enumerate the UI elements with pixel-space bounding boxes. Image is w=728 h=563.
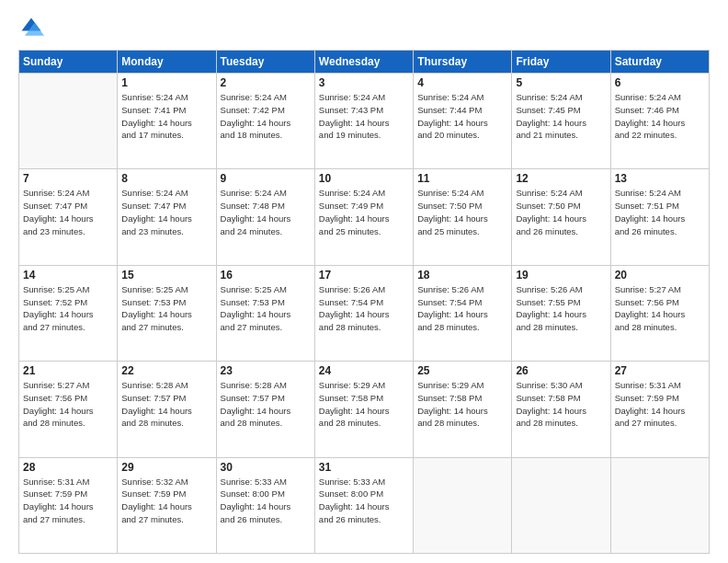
day-cell: 2Sunrise: 5:24 AM Sunset: 7:42 PM Daylig… xyxy=(216,74,314,169)
day-number: 4 xyxy=(417,76,507,89)
day-number: 5 xyxy=(516,76,606,89)
day-info: Sunrise: 5:26 AM Sunset: 7:54 PM Dayligh… xyxy=(319,283,409,334)
day-cell: 12Sunrise: 5:24 AM Sunset: 7:50 PM Dayli… xyxy=(512,169,610,265)
day-number: 25 xyxy=(417,364,507,377)
day-info: Sunrise: 5:24 AM Sunset: 7:44 PM Dayligh… xyxy=(417,91,507,142)
day-number: 3 xyxy=(319,76,409,89)
day-cell: 27Sunrise: 5:31 AM Sunset: 7:59 PM Dayli… xyxy=(610,362,709,457)
day-info: Sunrise: 5:26 AM Sunset: 7:54 PM Dayligh… xyxy=(417,283,507,334)
day-cell: 1Sunrise: 5:24 AM Sunset: 7:41 PM Daylig… xyxy=(118,74,216,169)
day-cell: 26Sunrise: 5:30 AM Sunset: 7:58 PM Dayli… xyxy=(512,362,610,457)
day-info: Sunrise: 5:33 AM Sunset: 8:00 PM Dayligh… xyxy=(221,476,311,526)
day-cell: 10Sunrise: 5:24 AM Sunset: 7:49 PM Dayli… xyxy=(314,169,413,265)
day-info: Sunrise: 5:24 AM Sunset: 7:41 PM Dayligh… xyxy=(121,91,211,142)
day-number: 19 xyxy=(516,269,606,282)
day-cell: 23Sunrise: 5:28 AM Sunset: 7:57 PM Dayli… xyxy=(216,362,314,457)
day-number: 18 xyxy=(417,269,507,282)
day-number: 6 xyxy=(615,76,705,89)
day-info: Sunrise: 5:24 AM Sunset: 7:47 PM Dayligh… xyxy=(121,187,211,237)
day-cell: 8Sunrise: 5:24 AM Sunset: 7:47 PM Daylig… xyxy=(118,169,216,265)
day-info: Sunrise: 5:24 AM Sunset: 7:47 PM Dayligh… xyxy=(23,187,113,237)
day-cell: 29Sunrise: 5:32 AM Sunset: 7:59 PM Dayli… xyxy=(118,457,216,553)
day-info: Sunrise: 5:31 AM Sunset: 7:59 PM Dayligh… xyxy=(23,476,113,526)
day-info: Sunrise: 5:24 AM Sunset: 7:42 PM Dayligh… xyxy=(221,91,311,142)
day-info: Sunrise: 5:24 AM Sunset: 7:51 PM Dayligh… xyxy=(615,187,705,237)
day-info: Sunrise: 5:27 AM Sunset: 7:56 PM Dayligh… xyxy=(615,283,705,334)
day-number: 31 xyxy=(319,461,409,474)
col-header-tuesday: Tuesday xyxy=(216,51,314,74)
day-info: Sunrise: 5:29 AM Sunset: 7:58 PM Dayligh… xyxy=(417,379,507,430)
day-cell: 21Sunrise: 5:27 AM Sunset: 7:56 PM Dayli… xyxy=(19,362,118,457)
day-number: 14 xyxy=(23,269,113,282)
day-cell: 18Sunrise: 5:26 AM Sunset: 7:54 PM Dayli… xyxy=(414,265,512,361)
day-cell: 6Sunrise: 5:24 AM Sunset: 7:46 PM Daylig… xyxy=(610,74,709,169)
col-header-sunday: Sunday xyxy=(19,51,118,74)
col-header-friday: Friday xyxy=(512,51,610,74)
day-cell: 31Sunrise: 5:33 AM Sunset: 8:00 PM Dayli… xyxy=(314,457,413,553)
day-number: 1 xyxy=(121,76,211,89)
day-cell: 22Sunrise: 5:28 AM Sunset: 7:57 PM Dayli… xyxy=(118,362,216,457)
day-number: 26 xyxy=(516,364,606,377)
page: SundayMondayTuesdayWednesdayThursdayFrid… xyxy=(0,0,728,563)
day-cell: 13Sunrise: 5:24 AM Sunset: 7:51 PM Dayli… xyxy=(610,169,709,265)
day-cell: 4Sunrise: 5:24 AM Sunset: 7:44 PM Daylig… xyxy=(414,74,512,169)
week-row-2: 7Sunrise: 5:24 AM Sunset: 7:47 PM Daylig… xyxy=(19,169,710,265)
day-cell xyxy=(19,74,118,169)
day-cell: 25Sunrise: 5:29 AM Sunset: 7:58 PM Dayli… xyxy=(414,362,512,457)
col-header-thursday: Thursday xyxy=(414,51,512,74)
week-row-3: 14Sunrise: 5:25 AM Sunset: 7:52 PM Dayli… xyxy=(19,265,710,361)
day-info: Sunrise: 5:24 AM Sunset: 7:46 PM Dayligh… xyxy=(615,91,705,142)
day-cell xyxy=(610,457,709,553)
col-header-wednesday: Wednesday xyxy=(314,51,413,74)
day-info: Sunrise: 5:25 AM Sunset: 7:53 PM Dayligh… xyxy=(121,283,211,334)
day-cell: 16Sunrise: 5:25 AM Sunset: 7:53 PM Dayli… xyxy=(216,265,314,361)
day-number: 30 xyxy=(221,461,311,474)
day-info: Sunrise: 5:29 AM Sunset: 7:58 PM Dayligh… xyxy=(319,379,409,430)
day-number: 2 xyxy=(221,76,311,89)
day-cell: 11Sunrise: 5:24 AM Sunset: 7:50 PM Dayli… xyxy=(414,169,512,265)
day-cell: 20Sunrise: 5:27 AM Sunset: 7:56 PM Dayli… xyxy=(610,265,709,361)
day-cell: 7Sunrise: 5:24 AM Sunset: 7:47 PM Daylig… xyxy=(19,169,118,265)
day-number: 20 xyxy=(615,269,705,282)
day-info: Sunrise: 5:24 AM Sunset: 7:50 PM Dayligh… xyxy=(417,187,507,237)
week-row-5: 28Sunrise: 5:31 AM Sunset: 7:59 PM Dayli… xyxy=(19,457,710,553)
day-cell: 24Sunrise: 5:29 AM Sunset: 7:58 PM Dayli… xyxy=(314,362,413,457)
col-header-monday: Monday xyxy=(118,51,216,74)
day-number: 13 xyxy=(615,172,705,185)
day-number: 10 xyxy=(319,172,409,185)
day-info: Sunrise: 5:27 AM Sunset: 7:56 PM Dayligh… xyxy=(23,379,113,430)
day-info: Sunrise: 5:28 AM Sunset: 7:57 PM Dayligh… xyxy=(121,379,211,430)
day-info: Sunrise: 5:24 AM Sunset: 7:45 PM Dayligh… xyxy=(516,91,606,142)
day-number: 27 xyxy=(615,364,705,377)
day-info: Sunrise: 5:31 AM Sunset: 7:59 PM Dayligh… xyxy=(615,379,705,430)
day-info: Sunrise: 5:25 AM Sunset: 7:52 PM Dayligh… xyxy=(23,283,113,334)
day-info: Sunrise: 5:24 AM Sunset: 7:49 PM Dayligh… xyxy=(319,187,409,237)
day-info: Sunrise: 5:28 AM Sunset: 7:57 PM Dayligh… xyxy=(221,379,311,430)
day-info: Sunrise: 5:24 AM Sunset: 7:43 PM Dayligh… xyxy=(319,91,409,142)
logo xyxy=(18,15,48,40)
day-number: 16 xyxy=(221,269,311,282)
day-number: 22 xyxy=(121,364,211,377)
day-info: Sunrise: 5:33 AM Sunset: 8:00 PM Dayligh… xyxy=(319,476,409,526)
calendar-header: SundayMondayTuesdayWednesdayThursdayFrid… xyxy=(19,51,710,74)
day-number: 24 xyxy=(319,364,409,377)
header xyxy=(18,15,710,40)
day-info: Sunrise: 5:24 AM Sunset: 7:48 PM Dayligh… xyxy=(221,187,311,237)
day-number: 23 xyxy=(221,364,311,377)
week-row-4: 21Sunrise: 5:27 AM Sunset: 7:56 PM Dayli… xyxy=(19,362,710,457)
day-cell: 5Sunrise: 5:24 AM Sunset: 7:45 PM Daylig… xyxy=(512,74,610,169)
day-number: 29 xyxy=(121,461,211,474)
day-cell: 19Sunrise: 5:26 AM Sunset: 7:55 PM Dayli… xyxy=(512,265,610,361)
day-info: Sunrise: 5:25 AM Sunset: 7:53 PM Dayligh… xyxy=(221,283,311,334)
col-header-saturday: Saturday xyxy=(610,51,709,74)
day-number: 11 xyxy=(417,172,507,185)
day-cell: 30Sunrise: 5:33 AM Sunset: 8:00 PM Dayli… xyxy=(216,457,314,553)
day-number: 7 xyxy=(23,172,113,185)
day-number: 9 xyxy=(221,172,311,185)
day-cell: 9Sunrise: 5:24 AM Sunset: 7:48 PM Daylig… xyxy=(216,169,314,265)
day-cell xyxy=(512,457,610,553)
calendar-body: 1Sunrise: 5:24 AM Sunset: 7:41 PM Daylig… xyxy=(19,74,710,554)
day-info: Sunrise: 5:32 AM Sunset: 7:59 PM Dayligh… xyxy=(121,476,211,526)
day-number: 21 xyxy=(23,364,113,377)
day-info: Sunrise: 5:26 AM Sunset: 7:55 PM Dayligh… xyxy=(516,283,606,334)
